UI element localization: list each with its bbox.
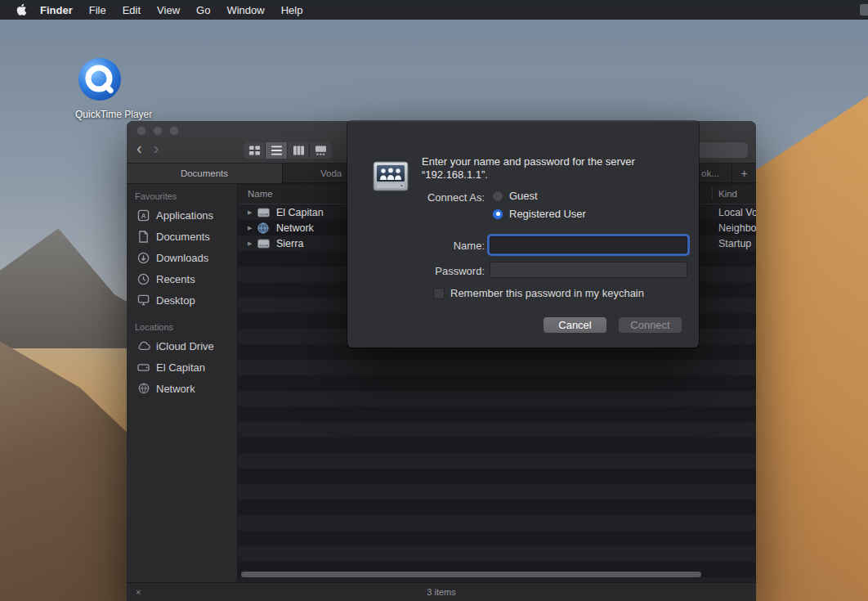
gallery-view-icon — [315, 146, 326, 155]
sidebar-item-applications[interactable]: A Applications — [127, 204, 237, 226]
downloads-icon — [136, 252, 150, 264]
sidebar-section-locations: Locations — [127, 322, 237, 335]
cloud-icon — [136, 341, 150, 351]
disclosure-triangle-icon[interactable]: ▶ — [248, 240, 256, 247]
menu-item-finder[interactable]: Finder — [32, 4, 81, 16]
scrollbar-thumb[interactable] — [241, 572, 701, 577]
globe-icon — [136, 383, 150, 394]
sidebar-item-icloud-drive[interactable]: iCloud Drive — [127, 335, 237, 357]
row-kind: Local Vo — [718, 207, 756, 218]
sidebar-item-label: iCloud Drive — [156, 340, 214, 352]
sidebar-item-documents[interactable]: Documents — [127, 226, 237, 247]
sidebar-item-label: El Capitan — [156, 361, 205, 374]
apple-icon — [16, 3, 27, 16]
column-header-kind[interactable]: Kind — [718, 189, 737, 199]
gallery-view-button[interactable] — [310, 142, 332, 159]
sidebar-item-downloads[interactable]: Downloads — [127, 247, 237, 268]
column-view-button[interactable] — [288, 142, 310, 159]
menu-item-help[interactable]: Help — [273, 4, 311, 16]
registered-user-radio[interactable] — [492, 209, 503, 220]
column-view-icon — [293, 146, 304, 155]
connect-to-server-dialog: Enter your name and password for the ser… — [347, 121, 699, 348]
network-globe-icon — [257, 222, 272, 234]
zoom-window-button[interactable] — [169, 126, 179, 136]
sidebar-item-label: Desktop — [156, 294, 195, 307]
applications-icon: A — [136, 209, 150, 222]
grid-view-icon — [249, 146, 260, 155]
horizontal-scrollbar — [241, 572, 701, 577]
registered-user-radio-row: Registered User — [492, 208, 586, 220]
toolbar-search-field[interactable] — [692, 142, 748, 158]
sidebar-section-favourites: Favourites — [127, 191, 237, 204]
name-field[interactable] — [490, 236, 687, 253]
menu-item-edit[interactable]: Edit — [114, 4, 149, 16]
harddrive-icon — [257, 208, 272, 218]
password-field[interactable] — [490, 262, 687, 278]
harddrive-icon — [257, 239, 272, 249]
name-label: Name: — [347, 240, 485, 252]
sidebar-item-label: Downloads — [156, 252, 208, 264]
traffic-lights — [136, 126, 179, 136]
dialog-message: Enter your name and password for the ser… — [422, 155, 691, 182]
tab-vodafone-label: Voda — [320, 168, 342, 178]
sidebar-item-recents[interactable]: Recents — [127, 268, 237, 289]
menu-item-view[interactable]: View — [149, 4, 188, 16]
menu-item-window[interactable]: Window — [218, 4, 272, 16]
items-count: 3 items — [427, 587, 455, 597]
apple-menu[interactable] — [16, 3, 27, 16]
menu-item-file[interactable]: File — [81, 4, 114, 16]
menu-item-go[interactable]: Go — [188, 4, 218, 16]
sidebar-item-label: Applications — [156, 209, 213, 222]
quicktime-desktop-icon[interactable]: QuickTime Player — [75, 57, 124, 120]
tab-fragment-label: ok... — [701, 168, 719, 178]
status-bar: × 3 items — [127, 582, 756, 601]
guest-radio[interactable] — [492, 191, 503, 202]
sidebar-item-network[interactable]: Network — [127, 378, 237, 399]
column-header-name[interactable]: Name — [238, 189, 273, 199]
sidebar-item-el-capitan[interactable]: El Capitan — [127, 357, 237, 378]
cancel-button[interactable]: Cancel — [544, 317, 606, 333]
back-button[interactable]: ‹ — [136, 139, 142, 157]
tab-documents[interactable]: Documents — [127, 164, 283, 183]
row-name: El Capitan — [276, 207, 324, 218]
desktop-icon — [136, 294, 150, 306]
remember-password-label: Remember this password in my keychain — [450, 287, 644, 299]
row-kind: Neighbo — [718, 222, 756, 234]
remember-password-checkbox[interactable] — [433, 288, 445, 299]
new-tab-button[interactable]: + — [732, 164, 756, 183]
icon-view-button[interactable] — [244, 142, 266, 159]
disclosure-triangle-icon[interactable]: ▶ — [248, 225, 256, 231]
connect-button[interactable]: Connect — [619, 317, 682, 333]
list-view-button[interactable] — [266, 142, 288, 159]
quicktime-label: QuickTime Player — [75, 109, 124, 120]
quicktime-icon — [78, 57, 122, 101]
harddrive-icon — [136, 362, 150, 373]
guest-radio-label: Guest — [509, 190, 538, 202]
sidebar-item-desktop[interactable]: Desktop — [127, 289, 237, 311]
document-icon — [136, 231, 150, 243]
forward-button[interactable]: › — [154, 139, 159, 157]
sidebar: Favourites A Applications Documents — [127, 184, 238, 582]
view-mode-switcher — [244, 142, 332, 159]
navigation-buttons: ‹ › — [136, 139, 159, 157]
clock-icon — [136, 273, 150, 285]
password-label: Password: — [347, 265, 485, 277]
row-name: Sierra — [276, 238, 303, 249]
remember-password-row: Remember this password in my keychain — [433, 287, 644, 299]
disclosure-triangle-icon[interactable]: ▶ — [248, 209, 256, 216]
dialog-message-line1: Enter your name and password for the ser… — [422, 155, 691, 168]
guest-radio-row: Guest — [492, 190, 538, 202]
minimize-window-button[interactable] — [153, 126, 163, 136]
tab-documents-label: Documents — [181, 168, 228, 178]
close-icon[interactable]: × — [136, 587, 141, 597]
registered-user-radio-label: Registered User — [509, 208, 586, 220]
tab-fragment[interactable]: ok... — [701, 164, 719, 183]
row-kind: Startup — [718, 238, 751, 249]
dialog-message-line2: “192.168.1.1”. — [422, 168, 691, 182]
status-menu-icon[interactable] — [860, 4, 868, 16]
svg-text:A: A — [141, 211, 145, 219]
close-window-button[interactable] — [136, 126, 146, 136]
sidebar-item-label: Documents — [156, 231, 210, 243]
connect-as-label: Connect As: — [347, 191, 485, 204]
row-name: Network — [276, 222, 314, 234]
